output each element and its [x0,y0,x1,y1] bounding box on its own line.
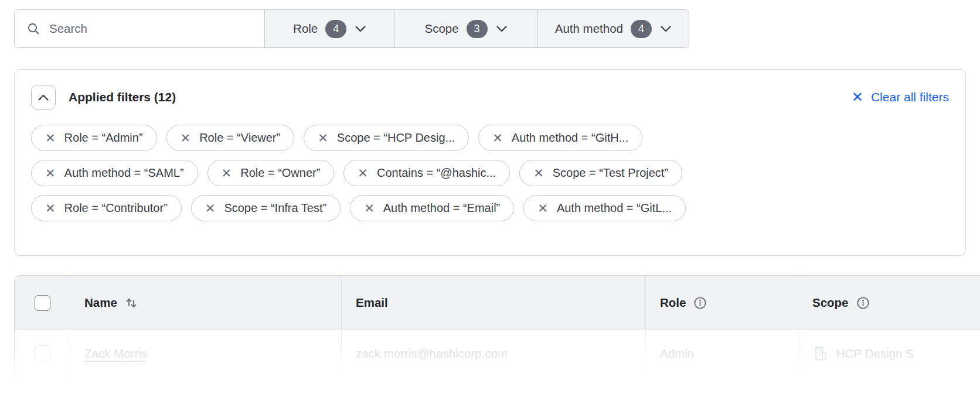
filter-chip[interactable]: ✕Role = “Owner” [207,160,335,186]
scope-filter-dropdown[interactable]: Scope 3 [394,10,536,47]
row-checkbox[interactable] [35,345,50,361]
table-row: Zack Morris zack.morris@hashicorp.com Ad… [15,330,980,404]
column-header-email: Email [341,276,645,330]
remove-filter-icon[interactable]: ✕ [45,167,56,179]
search-icon [26,22,40,36]
column-label: Email [356,296,388,310]
filter-chip-label: Role = “Viewer” [199,131,280,145]
chevron-down-icon [355,26,366,32]
applied-filter-chips: ✕Role = “Admin” ✕Role = “Viewer” ✕Scope … [31,125,949,221]
role-filter-dropdown[interactable]: Role 4 [264,10,394,47]
chevron-down-icon [661,26,671,32]
user-email: zack.morris@hashicorp.com [356,347,508,361]
column-header-scope: Scope [798,276,980,330]
chevron-up-icon [38,94,49,101]
applied-filters-title: Applied filters (12) [69,90,176,104]
column-label: Role [660,296,686,310]
remove-filter-icon[interactable]: ✕ [492,132,503,144]
chevron-down-icon [496,26,507,32]
applied-filters-panel: Applied filters (12) ✕ Clear all filters… [14,69,966,256]
sort-icon[interactable] [125,296,138,310]
filter-chip[interactable]: ✕Role = “Admin” [31,125,157,151]
filter-chip[interactable]: ✕Role = “Viewer” [166,125,295,151]
filter-chip[interactable]: ✕Auth method = “SAML” [31,160,198,186]
filter-chip[interactable]: ✕Auth method = “GitL... [523,195,686,221]
role-filter-label: Role [293,22,318,36]
filter-chip[interactable]: ✕Scope = “HCP Desig... [304,125,469,151]
remove-filter-icon[interactable]: ✕ [364,202,375,214]
close-icon: ✕ [852,90,863,104]
remove-filter-icon[interactable]: ✕ [318,132,328,144]
remove-filter-icon[interactable]: ✕ [205,202,216,214]
remove-filter-icon[interactable]: ✕ [181,132,191,144]
filter-chip-label: Scope = “Test Project” [553,166,668,180]
filter-chip[interactable]: ✕Contains = “@hashic... [343,160,510,186]
remove-filter-icon[interactable]: ✕ [45,132,56,144]
auth-method-filter-dropdown[interactable]: Auth method 4 [537,10,689,47]
filter-chip-label: Role = “Admin” [64,131,143,145]
filter-chip[interactable]: ✕Auth method = “GitH... [478,125,642,151]
users-table: Name Email Role Scope [14,275,980,404]
select-all-checkbox[interactable] [35,295,50,311]
clear-all-filters-label: Clear all filters [871,90,949,104]
remove-filter-icon[interactable]: ✕ [45,202,56,214]
info-icon[interactable] [856,296,870,310]
filter-toolbar: Role 4 Scope 3 Auth method 4 [14,9,689,48]
filter-chip-label: Auth method = “Email” [383,201,501,215]
remove-filter-icon[interactable]: ✕ [222,167,232,179]
column-label: Name [84,296,117,310]
collapse-filters-button[interactable] [31,85,56,109]
info-icon[interactable] [693,296,707,310]
table-header-row: Name Email Role Scope [15,276,980,330]
filter-chip[interactable]: ✕Scope = “Infra Test” [191,195,341,221]
filter-chip[interactable]: ✕Scope = “Test Project” [519,160,682,186]
remove-filter-icon[interactable]: ✕ [537,202,548,214]
role-filter-count-badge: 4 [325,20,346,38]
user-scope: HCP Design S [836,347,914,361]
filter-chip-label: Auth method = “SAML” [64,166,184,180]
scope-filter-count-badge: 3 [467,20,488,38]
clear-all-filters-button[interactable]: ✕ Clear all filters [852,90,949,104]
user-name-link[interactable]: Zack Morris [84,347,147,361]
column-header-name[interactable]: Name [70,276,341,330]
column-header-role: Role [645,276,798,330]
search-input[interactable] [49,22,253,36]
organization-icon [812,345,829,362]
filter-chip-label: Auth method = “GitL... [557,201,672,215]
filter-chip-label: Scope = “HCP Desig... [337,131,455,145]
auth-method-filter-label: Auth method [555,22,623,36]
filter-chip-label: Scope = “Infra Test” [224,201,326,215]
remove-filter-icon[interactable]: ✕ [358,167,368,179]
filter-chip[interactable]: ✕Auth method = “Email” [350,195,514,221]
applied-filters-header: Applied filters (12) ✕ Clear all filters [31,85,949,109]
search-field[interactable] [15,10,264,47]
column-label: Scope [812,296,849,310]
filter-chip[interactable]: ✕Role = “Contributor” [31,195,182,221]
user-role: Admin [660,347,694,361]
filter-chip-label: Contains = “@hashic... [377,166,496,180]
auth-method-filter-count-badge: 4 [631,20,652,38]
scope-filter-label: Scope [424,22,458,36]
filter-chip-label: Role = “Contributor” [64,201,168,215]
remove-filter-icon[interactable]: ✕ [533,167,544,179]
filter-chip-label: Auth method = “GitH... [512,131,629,145]
filter-chip-label: Role = “Owner” [240,166,320,180]
